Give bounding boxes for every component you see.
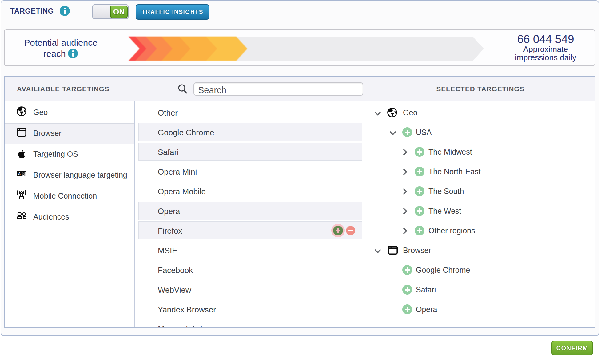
svg-text:A: A [18, 172, 21, 176]
